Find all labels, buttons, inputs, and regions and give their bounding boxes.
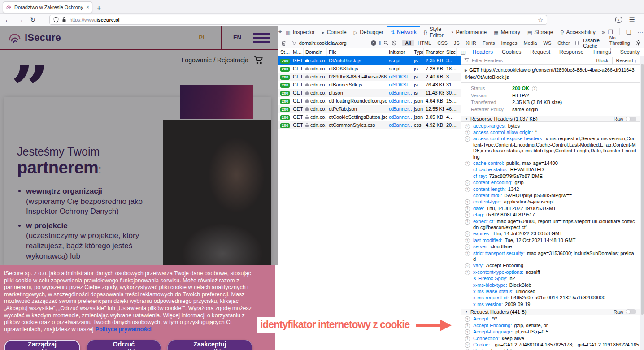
header-help-icon[interactable]: ? xyxy=(465,212,470,218)
type-filter-chip[interactable]: All xyxy=(402,40,414,46)
pocket-icon[interactable]: ∨ xyxy=(615,17,622,23)
lock-icon[interactable] xyxy=(62,17,66,22)
header-name[interactable]: x-ms-request-id: xyxy=(473,295,509,300)
separate-window-icon[interactable]: ❏ xyxy=(626,29,631,35)
forward-icon[interactable]: → xyxy=(16,16,24,23)
header-name[interactable]: access-control-allow-origin: xyxy=(473,130,533,135)
initiator[interactable]: otSDKSt… xyxy=(387,82,412,87)
header-help-icon[interactable]: ? xyxy=(465,329,470,335)
header-name[interactable]: content-length: xyxy=(473,186,506,192)
header-name[interactable]: vary: xyxy=(473,263,484,268)
header-name[interactable]: Accept-Language: xyxy=(473,329,513,334)
pick-element-icon[interactable]: ⌖ xyxy=(278,26,282,38)
type-filter-chip[interactable]: CSS xyxy=(435,40,450,46)
header-name[interactable]: expires: xyxy=(473,231,491,236)
header-help-icon[interactable]: ? xyxy=(465,219,470,225)
header-name[interactable]: accept-ranges: xyxy=(473,123,506,129)
detail-tab[interactable]: Headers xyxy=(468,48,497,56)
clear-filter-icon[interactable]: ✕ xyxy=(371,40,376,46)
clear-requests-trash-icon[interactable] xyxy=(281,40,286,46)
header-name[interactable]: x-ms-version: xyxy=(473,302,503,307)
detail-tab[interactable]: Security xyxy=(616,48,644,56)
header-name[interactable]: date: xyxy=(473,206,484,211)
detail-tab[interactable]: Cookies xyxy=(497,48,526,56)
header-help-icon[interactable]: ? xyxy=(465,206,470,212)
request-row[interactable]: 200 GET cdn.co… otCookieSettingsButton.j… xyxy=(278,113,461,121)
type-filter-chip[interactable]: Fonts xyxy=(480,40,498,46)
request-row[interactable]: 200 GET cdn.co… otCommonStyles.css otBan… xyxy=(278,121,461,129)
header-name[interactable]: cf-ray: xyxy=(473,173,487,179)
header-help-icon[interactable]: ? xyxy=(465,251,470,256)
column-header[interactable]: M… xyxy=(291,48,304,56)
detail-tab[interactable]: Request xyxy=(526,48,555,56)
header-name[interactable]: x-ms-blob-type: xyxy=(473,282,507,288)
devtools-tab[interactable]: ▸ Console xyxy=(318,26,350,38)
initiator[interactable]: otBanner… xyxy=(387,90,412,95)
header-name[interactable]: x-ms-lease-status: xyxy=(473,289,513,294)
filter-headers-input[interactable]: Filter Headers xyxy=(472,58,503,63)
header-name[interactable]: cf-cache-status: xyxy=(473,167,508,172)
response-headers-section[interactable]: ▼ Response Headers (1.037 KB) Raw xyxy=(461,116,640,122)
cookie-consent-button[interactable]: Zarządzaj cookies xyxy=(4,340,80,350)
initiator[interactable]: script xyxy=(387,66,412,71)
search-icon[interactable] xyxy=(383,40,389,46)
header-help-icon[interactable]: ? xyxy=(465,238,470,243)
type-filter-chip[interactable]: Media xyxy=(521,40,540,46)
scrollbar-thumb[interactable] xyxy=(641,64,644,315)
header-name[interactable]: X-Firefox-Spdy: xyxy=(473,276,507,281)
initiator[interactable]: otBanner… xyxy=(387,114,412,120)
browser-menu-icon[interactable]: ☰ xyxy=(629,16,635,24)
request-row[interactable]: 200 GET cdn.co… otSDKStub.js script js 7… xyxy=(278,65,461,73)
header-name[interactable]: content-md5: xyxy=(473,193,502,198)
request-row[interactable]: 200 GET cdn.co… OtAutoBlock.js script js… xyxy=(278,56,461,65)
block-button[interactable]: Block xyxy=(596,58,609,63)
responsive-mode-icon[interactable]: ❐ xyxy=(608,29,613,35)
split-panel-icon[interactable]: ◫ xyxy=(461,49,465,55)
cookie-consent-button[interactable]: Odrzuć wszystkie xyxy=(87,340,161,350)
expand-triangle-icon[interactable]: ▶ xyxy=(465,69,467,73)
meatball-menu-icon[interactable]: ⋯ xyxy=(637,29,643,35)
block-requests-icon[interactable] xyxy=(392,40,397,46)
devtools-tab[interactable]: ◔ Performance xyxy=(447,26,490,38)
tab-close-icon[interactable]: × xyxy=(86,4,89,10)
request-row[interactable]: 200 GET cdn.co… otPcTab.json otBanner… j… xyxy=(278,105,461,113)
initiator[interactable]: otBanner… xyxy=(387,122,412,128)
request-row[interactable]: 200 GET cdn.co… pl.json otBanner… js 11.… xyxy=(278,89,461,97)
browser-tab[interactable]: Doradztwo w Zakresie Ochrony Dany × xyxy=(3,1,92,13)
header-name[interactable]: last-modified: xyxy=(473,238,502,243)
request-row[interactable]: 200 GET cdn.co… otBannerSdk.js otSDKSt… … xyxy=(278,81,461,89)
type-filter-chip[interactable]: HTML xyxy=(415,40,434,46)
type-filter-chip[interactable]: WS xyxy=(541,40,554,46)
header-name[interactable]: x-content-type-options: xyxy=(473,269,523,275)
type-filter-chip[interactable]: Images xyxy=(498,40,520,46)
initiator[interactable]: otBanner… xyxy=(387,98,412,104)
column-header[interactable]: Domain xyxy=(304,48,327,56)
back-icon[interactable]: ← xyxy=(4,16,12,23)
header-help-icon[interactable]: ? xyxy=(465,342,470,348)
header-help-icon[interactable]: ? xyxy=(465,180,470,186)
devtools-tab[interactable]: ⇅ Network xyxy=(387,26,420,38)
header-help-icon[interactable]: ? xyxy=(465,187,470,192)
header-name[interactable]: content-type: xyxy=(473,199,502,204)
detail-tab[interactable]: Response xyxy=(555,48,588,56)
pause-traffic-icon[interactable]: ‖ xyxy=(379,40,381,46)
header-help-icon[interactable]: ? xyxy=(465,336,470,341)
devtools-tab[interactable]: ▤ Storage xyxy=(524,26,557,38)
header-help-icon[interactable]: ? xyxy=(465,231,470,237)
header-name[interactable]: expect-ct: xyxy=(473,219,495,224)
header-name[interactable]: Accept: xyxy=(473,316,490,321)
shield-icon[interactable] xyxy=(53,17,59,23)
column-header[interactable]: Transferred xyxy=(424,48,444,56)
raw-toggle[interactable] xyxy=(626,309,636,314)
header-help-icon[interactable]: ? xyxy=(465,161,470,166)
column-header[interactable]: Type xyxy=(412,48,424,56)
header-name[interactable]: cache-control: xyxy=(473,160,504,166)
filter-urls-input[interactable]: domain:cookielaw.org ✕ xyxy=(292,40,376,46)
type-filter-chip[interactable]: JS xyxy=(451,40,462,46)
devtools-tab[interactable]: {} Style Editor xyxy=(420,26,447,38)
request-url-line[interactable]: ▶GET https://cdn.cookielaw.org/consent/f… xyxy=(461,65,640,83)
header-name[interactable]: Cookie: xyxy=(473,342,490,347)
network-settings-gear-icon[interactable] xyxy=(635,40,641,46)
devtools-tab[interactable]: ▷ Debugger xyxy=(350,26,387,38)
header-name[interactable]: etag: xyxy=(473,212,484,217)
